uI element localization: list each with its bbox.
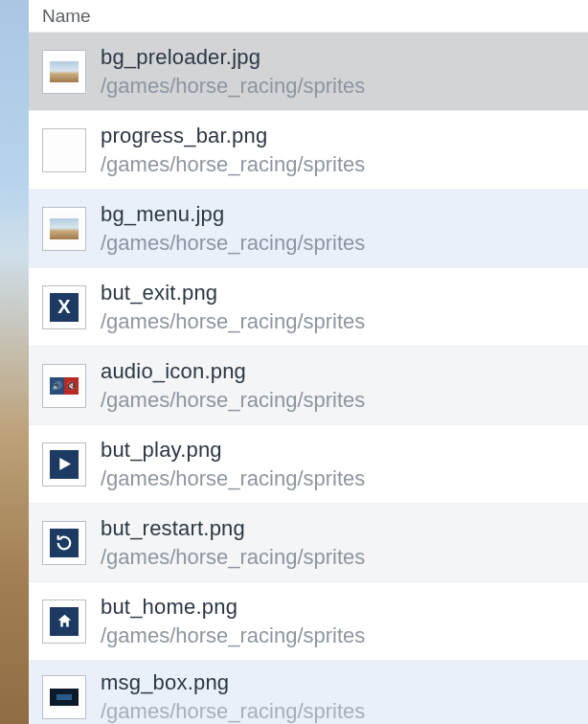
preview-strip (0, 0, 29, 724)
main-panel: Name bg_preloader.jpg/games/horse_racing… (29, 0, 588, 724)
file-thumbnail: X (42, 285, 86, 329)
file-name: progress_bar.png (101, 124, 365, 148)
file-row[interactable]: but_home.png/games/horse_racing/sprites (29, 582, 588, 661)
file-thumbnail (42, 207, 86, 251)
svg-marker-0 (59, 458, 71, 470)
file-path: /games/horse_racing/sprites (101, 466, 365, 491)
file-thumbnail (42, 128, 86, 172)
file-row[interactable]: but_play.png/games/horse_racing/sprites (29, 425, 588, 504)
file-text: but_play.png/games/horse_racing/sprites (101, 438, 365, 491)
file-path: /games/horse_racing/sprites (101, 74, 365, 99)
file-row[interactable]: bg_preloader.jpg/games/horse_racing/spri… (29, 33, 588, 111)
column-header-label: Name (42, 6, 91, 27)
file-thumbnail (42, 675, 86, 719)
file-thumbnail (42, 442, 86, 486)
file-text: progress_bar.png/games/horse_racing/spri… (101, 124, 365, 177)
file-row[interactable]: 🔊🔇audio_icon.png/games/horse_racing/spri… (29, 347, 588, 425)
file-text: but_restart.png/games/horse_racing/sprit… (101, 516, 365, 570)
file-name: audio_icon.png (101, 359, 365, 384)
file-row[interactable]: but_restart.png/games/horse_racing/sprit… (29, 504, 588, 582)
file-name: bg_preloader.jpg (101, 45, 365, 70)
file-list[interactable]: bg_preloader.jpg/games/horse_racing/spri… (29, 33, 588, 724)
file-name: but_restart.png (101, 516, 365, 541)
file-name: but_exit.png (101, 281, 365, 305)
file-row[interactable]: progress_bar.png/games/horse_racing/spri… (29, 111, 588, 190)
file-path: /games/horse_racing/sprites (101, 388, 365, 413)
file-text: audio_icon.png/games/horse_racing/sprite… (101, 359, 365, 413)
file-path: /games/horse_racing/sprites (101, 152, 365, 177)
file-path: /games/horse_racing/sprites (101, 623, 365, 648)
file-name: bg_menu.jpg (101, 202, 365, 227)
app-root: Name bg_preloader.jpg/games/horse_racing… (0, 0, 588, 724)
file-text: but_exit.png/games/horse_racing/sprites (101, 281, 365, 334)
file-text: but_home.png/games/horse_racing/sprites (101, 595, 365, 648)
column-header[interactable]: Name (29, 0, 588, 33)
preview-strip-image (0, 0, 29, 724)
file-text: bg_menu.jpg/games/horse_racing/sprites (101, 202, 365, 256)
file-text: bg_preloader.jpg/games/horse_racing/spri… (101, 45, 365, 99)
file-row[interactable]: bg_menu.jpg/games/horse_racing/sprites (29, 190, 588, 268)
file-name: but_play.png (101, 438, 365, 463)
file-thumbnail: 🔊🔇 (42, 364, 86, 408)
file-text: msg_box.png/games/horse_racing/sprites (101, 670, 365, 724)
file-thumbnail (42, 50, 86, 94)
file-path: /games/horse_racing/sprites (101, 699, 365, 724)
file-thumbnail (42, 600, 86, 644)
file-row[interactable]: Xbut_exit.png/games/horse_racing/sprites (29, 268, 588, 347)
file-name: msg_box.png (101, 670, 365, 695)
file-path: /games/horse_racing/sprites (101, 545, 365, 570)
file-name: but_home.png (101, 595, 365, 620)
file-row[interactable]: msg_box.png/games/horse_racing/sprites (29, 661, 588, 724)
file-path: /games/horse_racing/sprites (101, 309, 365, 334)
file-path: /games/horse_racing/sprites (101, 231, 365, 256)
file-thumbnail (42, 521, 86, 565)
